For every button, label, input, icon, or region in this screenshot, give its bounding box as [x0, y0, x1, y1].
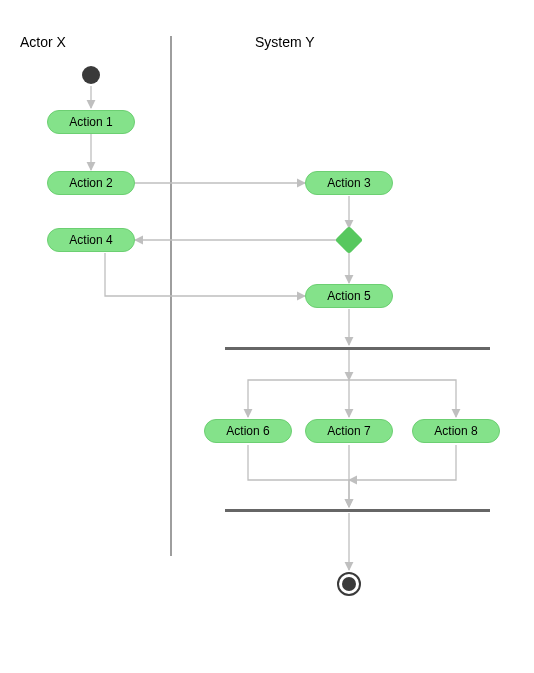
- action-4: Action 4: [47, 228, 135, 252]
- action-1: Action 1: [47, 110, 135, 134]
- action-8: Action 8: [412, 419, 500, 443]
- initial-node: [82, 66, 100, 84]
- edges-layer: [0, 0, 534, 673]
- action-5: Action 5: [305, 284, 393, 308]
- join-bar: [225, 509, 490, 512]
- decision-node: [335, 226, 363, 254]
- fork-bar: [225, 347, 490, 350]
- action-2: Action 2: [47, 171, 135, 195]
- action-6: Action 6: [204, 419, 292, 443]
- action-7: Action 7: [305, 419, 393, 443]
- action-3: Action 3: [305, 171, 393, 195]
- swimlane-divider: [170, 36, 172, 556]
- swimlane-right-title: System Y: [255, 34, 315, 50]
- final-node-inner: [342, 577, 356, 591]
- final-node: [337, 572, 361, 596]
- swimlane-left-title: Actor X: [20, 34, 66, 50]
